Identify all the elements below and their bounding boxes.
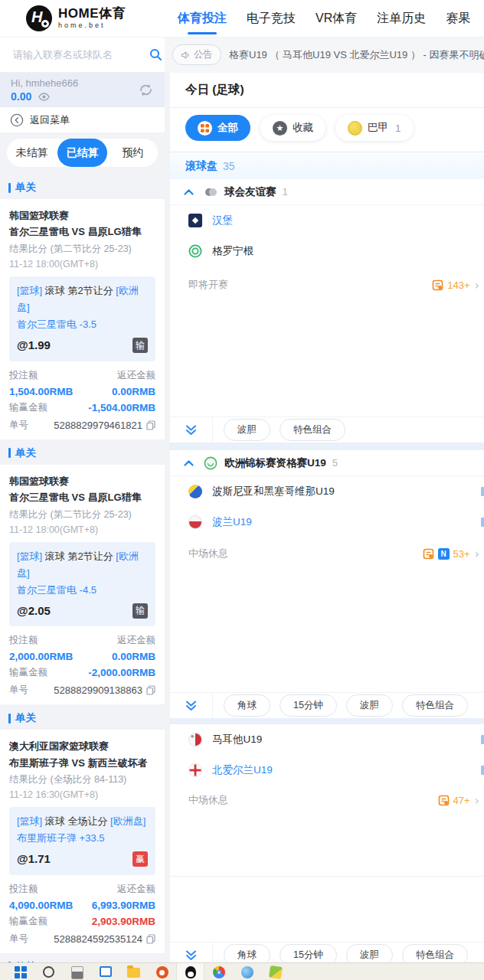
- filter-count: 1: [395, 122, 401, 134]
- bet-detail-box: [篮球] 滚球 全场让分 [欧洲盘] 布里斯班子弹 +33.5 @1.71 赢: [9, 807, 155, 875]
- rolling-ball-bar[interactable]: 滚球盘 35: [170, 152, 484, 179]
- search-input[interactable]: [11, 48, 149, 61]
- collapse-chevron-icon[interactable]: [184, 460, 194, 466]
- taskbar-search-icon[interactable]: [34, 963, 63, 980]
- grid-icon: [198, 121, 212, 136]
- qq-icon[interactable]: [176, 963, 204, 980]
- more-markets[interactable]: N 53+ ›: [423, 547, 479, 561]
- poland-flag-icon: [188, 515, 202, 529]
- back-label: 返回菜单: [30, 113, 70, 127]
- bosnia-flag-icon: [188, 485, 202, 498]
- nav-results[interactable]: 赛果: [446, 11, 470, 27]
- refresh-icon[interactable]: [138, 82, 154, 98]
- bet-time: 11-12 18:00(GMT+8): [9, 524, 155, 535]
- file-explorer-icon[interactable]: [119, 963, 148, 980]
- team-row-home[interactable]: 马耳他U19: [170, 724, 484, 755]
- section-header[interactable]: 球会友谊赛 1: [170, 179, 484, 205]
- copy-icon[interactable]: [146, 420, 155, 430]
- cutoff-odds-fragment: [481, 487, 484, 496]
- market-chip-correct-score[interactable]: 波胆: [346, 694, 393, 717]
- filter-all[interactable]: 全部: [185, 115, 250, 141]
- main-content: 公告 格赛U19 （ 马耳他U19 VS 北爱尔兰U19 ） - 因赛果不明确，…: [165, 37, 484, 980]
- market-chip-special-combo[interactable]: 特色组合: [280, 419, 345, 441]
- bet-slip-icon: [438, 795, 450, 806]
- eye-icon[interactable]: [38, 93, 50, 101]
- taskbar-app-orange-icon[interactable]: [148, 963, 176, 980]
- expand-more-icon[interactable]: [170, 417, 213, 443]
- bet-detail-box: [篮球] 滚球 第2节让分 [欧洲盘] 首尔三星雷电 -3.5 @1.99 输: [9, 276, 155, 361]
- order-number: 5288824592535124: [54, 933, 142, 945]
- back-to-menu[interactable]: 返回菜单: [0, 107, 165, 133]
- balance-value: 0.00: [11, 90, 31, 103]
- taskbar-app-green-icon[interactable]: [261, 963, 289, 980]
- bet-result-score: 结果比分 (全场比分 84-113): [9, 773, 155, 786]
- tab-unsettled[interactable]: 未结算: [7, 139, 57, 167]
- collapse-chevron-icon[interactable]: [184, 189, 194, 195]
- more-markets[interactable]: 143+ ›: [432, 278, 479, 292]
- bet-odds: @1.99: [17, 335, 51, 355]
- market-chip-15min[interactable]: 15分钟: [280, 694, 337, 717]
- league-section-euro-u19: 欧洲锦标赛资格赛U19 5 波斯尼亚和黑塞哥维那U19 波兰U19 中场休息: [170, 450, 484, 718]
- chevron-right-icon: ›: [475, 278, 479, 292]
- taskbar-app-gray-icon[interactable]: [63, 963, 91, 980]
- league-logo-icon: [348, 121, 362, 136]
- sidebar: Hi, hmhehe666 0.00 返回菜单 未结算 已结算: [0, 37, 165, 980]
- tab-settled[interactable]: 已结算: [57, 139, 108, 167]
- league-section-friendlies: 球会友谊赛 1 汉堡 格罗宁根 即将开赛: [170, 179, 484, 443]
- filter-favorites[interactable]: ★ 收藏: [260, 115, 325, 141]
- team-row-away[interactable]: 北爱尔兰U19: [170, 755, 484, 786]
- bet-time: 11-12 18:00(GMT+8): [9, 259, 155, 270]
- page-title: 今日 (足球): [170, 73, 484, 108]
- markets-count: 47+: [453, 795, 470, 806]
- nav-vr-sports[interactable]: VR体育: [316, 11, 357, 27]
- copy-icon[interactable]: [146, 934, 155, 944]
- nav-bet-history[interactable]: 注单历史: [377, 11, 426, 27]
- chrome-icon[interactable]: [204, 963, 233, 980]
- filter-league-baja[interactable]: 巴甲 1: [335, 115, 414, 141]
- star-icon: ★: [273, 121, 287, 136]
- team-row-away[interactable]: 格罗宁根: [170, 236, 484, 266]
- stake-value: 2,000.00RMB: [9, 651, 73, 662]
- uefa-league-icon: [204, 456, 217, 470]
- match-status: 中场休息: [188, 793, 438, 807]
- nav-sports-betting[interactable]: 体育投注: [178, 11, 227, 27]
- expand-more-icon[interactable]: [170, 693, 213, 718]
- match-status-row: 中场休息 N 53+ ›: [170, 537, 484, 570]
- nav-esports[interactable]: 电子竞技: [247, 11, 296, 27]
- logo-icon: H: [26, 5, 52, 31]
- market-chip-corners[interactable]: 角球: [224, 694, 270, 717]
- task-view-icon[interactable]: [91, 963, 119, 980]
- team-name: 格罗宁根: [212, 244, 253, 258]
- cutoff-odds-fragment: [481, 518, 484, 527]
- megaphone-icon: [181, 51, 190, 60]
- team-row-home[interactable]: 汉堡: [170, 205, 484, 236]
- taskbar-app-blue-icon[interactable]: [233, 963, 261, 980]
- team-row-home[interactable]: 波斯尼亚和黑塞哥维那U19: [170, 476, 484, 507]
- team-row-away[interactable]: 波兰U19: [170, 507, 484, 537]
- winloss-value: 2,903.90RMB: [92, 916, 155, 927]
- bet-league: 韩国篮球联赛: [9, 473, 155, 489]
- bet-result-score: 结果比分 (第二节比分 25-23): [9, 243, 155, 256]
- windows-taskbar: [0, 962, 484, 980]
- bet-odds: @1.71: [17, 849, 51, 869]
- back-circle-icon: [10, 113, 24, 127]
- bet-card: 韩国篮球联赛 首尔三星雷电 VS 昌原LG猎隼 结果比分 (第二节比分 25-2…: [0, 465, 165, 705]
- bet-type-tag: 单关: [0, 439, 165, 465]
- copy-icon[interactable]: [146, 685, 155, 695]
- start-button-icon[interactable]: [6, 963, 34, 980]
- user-panel: Hi, hmhehe666 0.00: [0, 73, 165, 107]
- tab-reserved[interactable]: 预约: [107, 139, 158, 167]
- refund-value: 6,993.90RMB: [92, 900, 155, 911]
- market-chip-special-combo[interactable]: 特色组合: [402, 694, 468, 717]
- bet-selection: 布里斯班子弹 +33.5: [17, 830, 148, 847]
- market-chip-correct-score[interactable]: 波胆: [224, 419, 270, 441]
- section-header[interactable]: 欧洲锦标赛资格赛U19 5: [170, 450, 484, 476]
- team-name: 汉堡: [212, 214, 233, 227]
- northern-ireland-flag-icon: [188, 763, 202, 777]
- match-status-row: 中场休息 47+ ›: [170, 786, 484, 815]
- site-logo[interactable]: H HOME体育 home.bet: [26, 5, 126, 31]
- search-icon[interactable]: [149, 48, 162, 61]
- malta-flag-icon: [188, 733, 202, 746]
- more-markets[interactable]: 47+ ›: [438, 793, 479, 808]
- match-footer: 角球 15分钟 波胆 特色组合: [170, 692, 484, 718]
